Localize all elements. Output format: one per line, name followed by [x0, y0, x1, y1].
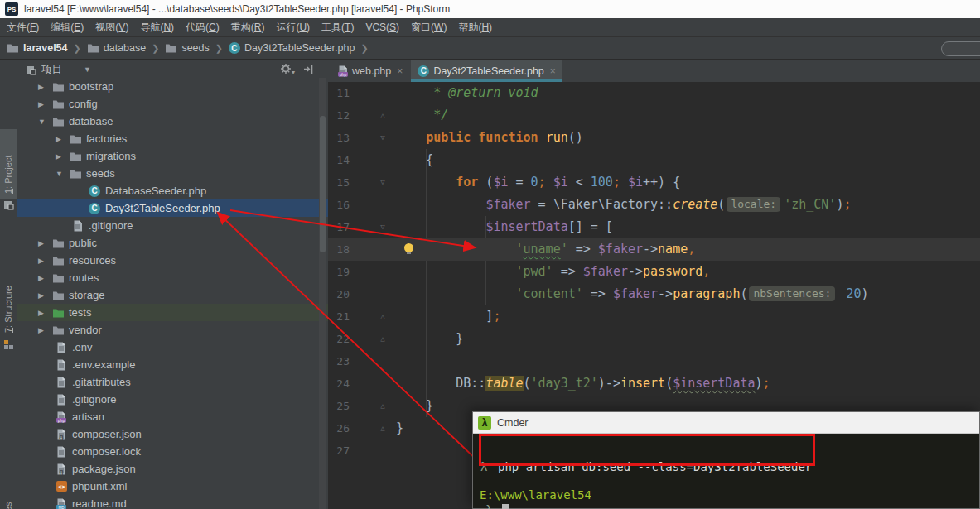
breadcrumb-item-laravel54[interactable]: laravel54	[7, 42, 68, 54]
line-number: 19	[328, 261, 350, 283]
menu-item-10[interactable]: 窗口(W)	[411, 21, 447, 35]
tree-item-resources[interactable]: ▶resources	[17, 252, 328, 269]
svg-text:php: php	[58, 417, 65, 422]
cmder-lambda-icon: λ	[478, 416, 491, 430]
fold-marker[interactable]: △	[377, 328, 389, 350]
tree-item-readme.md[interactable]: MDreadme.md	[17, 495, 328, 509]
folder-icon	[52, 82, 65, 92]
menu-item-7[interactable]: 运行(U)	[276, 21, 310, 35]
chevron-down-icon[interactable]: ▼	[38, 118, 46, 126]
project-panel-header: 项目 ▼ ▾	[17, 60, 328, 79]
class-icon: C	[229, 42, 240, 54]
tree-item-migrations[interactable]: ▶migrations	[17, 147, 328, 165]
menu-item-1[interactable]: 文件(F)	[7, 21, 39, 35]
chevron-right-icon[interactable]: ▶	[38, 274, 44, 282]
menu-item-2[interactable]: 编辑(E)	[51, 21, 84, 35]
tree-item-seeds[interactable]: ▼seeds	[17, 165, 328, 182]
chevron-right-icon[interactable]: ▶	[38, 239, 44, 247]
project-view-icon	[26, 65, 36, 75]
chevron-right-icon[interactable]: ▶	[56, 152, 61, 161]
menu-item-6[interactable]: 重构(R)	[231, 21, 265, 35]
chevron-right-icon[interactable]: ▶	[38, 309, 44, 317]
svg-text:{}: {}	[59, 469, 64, 475]
tree-item-label: seeds	[86, 167, 115, 180]
fold-marker[interactable]: △	[377, 395, 389, 417]
tree-item-routes[interactable]: ▶routes	[17, 269, 328, 286]
breadcrumb-item-database[interactable]: database	[87, 42, 146, 54]
tree-item-phpunit.xml[interactable]: <>phpunit.xml	[17, 478, 328, 495]
tree-item-composer.json[interactable]: {}composer.json	[17, 425, 328, 443]
chevron-right-icon[interactable]: ▶	[38, 257, 44, 265]
tree-item-Day3t2TableSeeder.php[interactable]: CDay3t2TableSeeder.php	[17, 199, 328, 217]
tree-item-database[interactable]: ▼database	[17, 113, 328, 130]
tree-item-bootstrap[interactable]: ▶bootstrap	[17, 78, 328, 95]
tree-item-DatabaseSeeder.php[interactable]: CDatabaseSeeder.php	[17, 182, 328, 199]
class-icon: C	[418, 65, 429, 77]
menu-item-8[interactable]: 工具(T)	[321, 21, 354, 35]
chevron-right-icon[interactable]: ▶	[38, 100, 44, 108]
tree-item-storage[interactable]: ▶storage	[17, 286, 328, 304]
cmder-title-bar[interactable]: λ Cmder	[473, 412, 979, 434]
tree-item-package.json[interactable]: {}package.json	[17, 460, 328, 478]
tool-stripe-label: 7: Structure	[3, 286, 13, 333]
breadcrumb-item-Day3t2TableSeeder.php[interactable]: CDay3t2TableSeeder.php	[229, 42, 355, 54]
fold-marker[interactable]: △	[377, 305, 389, 328]
file-icon	[56, 394, 66, 406]
menu-item-3[interactable]: 视图(V)	[95, 21, 128, 35]
tree-item-.gitignore[interactable]: .gitignore	[17, 217, 328, 234]
tree-item-.env.example[interactable]: .env.example	[17, 356, 328, 373]
fold-marker[interactable]: △	[377, 417, 389, 439]
line-number: 16	[328, 194, 350, 216]
code-line-21: 21△ ];	[328, 305, 980, 328]
tree-item-label: artisan	[72, 411, 104, 423]
tree-item-artisan[interactable]: phpartisan	[17, 408, 328, 425]
chevron-right-icon[interactable]: ▶	[38, 291, 44, 300]
collapse-all-icon[interactable]	[303, 63, 313, 78]
tool-window-stripe: 1: Project7: Structure2: Favorites★	[0, 60, 18, 509]
tree-item-.gitattributes[interactable]: .gitattributes	[17, 373, 328, 391]
json-file-icon: {}	[56, 429, 66, 440]
menu-item-5[interactable]: 代码(C)	[186, 21, 220, 35]
menu-item-11[interactable]: 帮助(H)	[458, 21, 492, 35]
chevron-down-icon[interactable]: ▼	[56, 170, 63, 178]
tree-item-factories[interactable]: ▶factories	[17, 130, 328, 147]
breadcrumb-item-seeds[interactable]: seeds	[165, 42, 209, 54]
php-file-icon: php	[56, 411, 66, 423]
project-scrollbar-thumb[interactable]	[320, 116, 326, 252]
tree-item-tests[interactable]: ▶tests	[17, 304, 328, 321]
project-panel-title[interactable]: 项目	[41, 63, 62, 77]
tree-item-composer.lock[interactable]: composer.lock	[17, 443, 328, 460]
menu-item-9[interactable]: VCS(S)	[365, 22, 399, 33]
chevron-right-icon[interactable]: ▶	[38, 83, 44, 91]
code-line-18: 18 'uname' => $faker->name,	[328, 238, 980, 261]
editor-tab-web.php[interactable]: phpweb.php×	[331, 60, 409, 82]
folder-icon	[165, 43, 177, 53]
tree-item-label: public	[69, 237, 97, 249]
editor-tab-Day3t2TableSeeder.php[interactable]: CDay3t2TableSeeder.php×	[411, 60, 562, 82]
search-input[interactable]	[941, 41, 980, 56]
tree-item-.gitignore[interactable]: .gitignore	[17, 391, 328, 408]
json-file-icon: {}	[56, 463, 66, 475]
gear-icon[interactable]: ▾	[280, 63, 295, 78]
line-number: 27	[328, 439, 350, 462]
tree-item-.env[interactable]: .env	[17, 339, 328, 356]
line-number: 17	[328, 216, 350, 238]
fold-marker[interactable]: ▽	[377, 216, 389, 238]
code-line-13: 13▽ public function run()	[328, 127, 980, 149]
cmder-title: Cmder	[497, 417, 529, 429]
tree-item-vendor[interactable]: ▶vendor	[17, 321, 328, 339]
chevron-right-icon[interactable]: ▶	[56, 135, 61, 143]
menu-item-4[interactable]: 导航(N)	[140, 21, 174, 35]
fold-marker[interactable]: ▽	[377, 171, 389, 194]
chevron-down-icon[interactable]: ▼	[84, 65, 91, 74]
terminal-cursor	[502, 504, 509, 509]
close-icon[interactable]: ×	[397, 65, 403, 77]
close-icon[interactable]: ×	[550, 65, 556, 77]
fold-marker[interactable]: △	[377, 104, 389, 127]
fold-marker[interactable]: ▽	[377, 127, 389, 149]
tree-item-config[interactable]: ▶config	[17, 95, 328, 113]
window-title-bar[interactable]: PS laravel54 [E:\www\laravel54] - ...\da…	[0, 0, 980, 19]
folder-icon	[70, 169, 82, 179]
chevron-right-icon[interactable]: ▶	[38, 326, 44, 334]
tree-item-public[interactable]: ▶public	[17, 234, 328, 252]
